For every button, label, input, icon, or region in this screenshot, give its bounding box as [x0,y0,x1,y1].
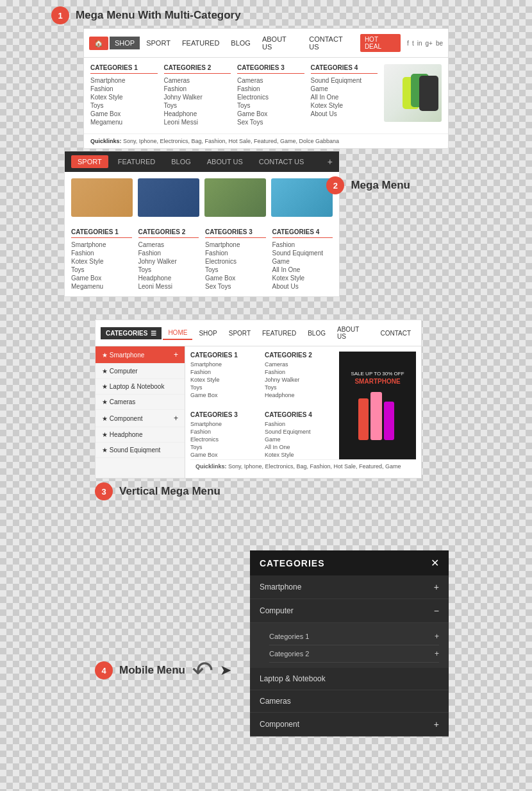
vc2-cameras[interactable]: Cameras [265,361,334,368]
nav2-blog[interactable]: BLOG [165,155,197,168]
link-cameras[interactable]: Cameras [164,77,231,84]
nav2-contact[interactable]: CONTACT US [253,155,311,168]
m2-sextoys[interactable]: Sex Toys [205,283,266,290]
link-gamebox3[interactable]: Game Box [237,110,304,117]
link-fashion3[interactable]: Fashion [237,85,304,92]
link-kotex4[interactable]: Kotex Style [311,102,378,109]
m2-allinone[interactable]: All In One [272,266,333,273]
m2-sound[interactable]: Sound Equiqment [272,250,333,257]
link-toys2[interactable]: Toys [164,102,231,109]
link-toys[interactable]: Toys [90,102,158,109]
m2-about[interactable]: About Us [272,283,333,290]
vmega-featured[interactable]: FEATURED [257,327,301,339]
link-sextoys[interactable]: Sex Toys [237,119,304,126]
mobile-sub-cat2-plus[interactable]: + [435,649,439,658]
link-mega[interactable]: Megamenu [90,119,158,126]
vc3-toys[interactable]: Toys [190,444,260,450]
m2-fashion4[interactable]: Fashion [272,241,333,248]
nav2-about[interactable]: ABOUT US [201,155,249,168]
m2-headphone[interactable]: Headphone [138,275,199,282]
nav1-blog[interactable]: BLOG [226,37,256,49]
m2-gamebox3[interactable]: Game Box [205,275,266,282]
sidebar-smartphone-plus[interactable]: + [174,350,178,359]
mobile-sub-cat2[interactable]: Categories 2 + [269,645,439,663]
link-game[interactable]: Game [311,85,378,92]
sidebar-laptop[interactable]: ★ Laptop & Notebook [96,379,185,395]
sidebar-cameras[interactable]: ★ Cameras [96,395,185,410]
sidebar-headphone[interactable]: ★ Headphone [96,427,185,443]
vmega-about[interactable]: ABOUT US [332,323,374,343]
link-fashion2[interactable]: Fashion [164,85,231,92]
link-about4[interactable]: About Us [311,110,378,117]
link-johny[interactable]: Johny Walker [164,94,231,101]
mobile-item-computer[interactable]: Computer − [250,599,449,623]
m2-fashion2[interactable]: Fashion [138,250,199,257]
sidebar-smartphone[interactable]: ★ Smartphone + [96,346,185,364]
vmega-cats-btn[interactable]: CATEGORIES ☰ [101,327,162,339]
vc2-johny[interactable]: Johny Walker [265,377,334,383]
vc4-allinone[interactable]: All In One [265,444,334,450]
m2-leoni[interactable]: Leoni Messi [138,283,199,290]
link-fashion[interactable]: Fashion [90,85,158,92]
nav2-sport[interactable]: SPORT [71,155,108,168]
vc1-gamebox[interactable]: Game Box [190,392,260,398]
mobile-item-smartphone[interactable]: Smartphone + [250,575,449,599]
link-headphone[interactable]: Headphone [164,110,231,117]
nav2-featured[interactable]: FEATURED [112,155,162,168]
vc1-toys[interactable]: Toys [190,384,260,391]
link-electronics[interactable]: Electronics [237,94,304,101]
m2-smartphone[interactable]: Smartphone [71,241,132,248]
m2-fashion[interactable]: Fashion [71,250,132,257]
m2-fashion3[interactable]: Fashion [205,250,266,257]
vc3-electronics[interactable]: Electronics [190,436,260,443]
m2-gamebox[interactable]: Game Box [71,275,132,282]
sidebar-sound[interactable]: ★ Sound Equiqment [96,443,185,458]
m2-toys2[interactable]: Toys [138,266,199,273]
mobile-close-btn[interactable]: ✕ [431,557,439,569]
link-allinone[interactable]: All In One [311,94,378,101]
nav1-shop[interactable]: SHOP [110,37,140,49]
link-cameras3[interactable]: Cameras [237,77,304,84]
mobile-item-laptop[interactable]: Laptop & Notebook [250,668,449,690]
vc1-kotex[interactable]: Kotex Style [190,377,260,383]
mobile-item-component[interactable]: Component + [250,713,449,736]
m2-cameras[interactable]: Cameras [138,241,199,248]
link-leoni[interactable]: Leoni Messi [164,119,231,126]
m2-electronics[interactable]: Electronics [205,258,266,265]
sidebar-computer[interactable]: ★ Computer [96,364,185,379]
sidebar-component[interactable]: ★ Component + [96,410,185,427]
vc1-smartphone[interactable]: Smartphone [190,361,260,368]
m2-smartphone3[interactable]: Smartphone [205,241,266,248]
m2-toys[interactable]: Toys [71,266,132,273]
link-smartphone[interactable]: Smartphone [90,77,158,84]
sidebar-component-plus[interactable]: + [174,414,178,423]
m2-mega[interactable]: Megamenu [71,283,132,290]
vmega-contact[interactable]: CONTACT [375,327,416,339]
m2-kotex4[interactable]: Kotex Style [272,275,333,282]
mobile-item-cameras[interactable]: Cameras [250,690,449,713]
vc3-gamebox[interactable]: Game Box [190,452,260,458]
link-gamebox[interactable]: Game Box [90,110,158,117]
nav1-home[interactable]: 🏠 [89,37,108,50]
m2-johny[interactable]: Johny Walker [138,258,199,265]
mobile-sub-cat1[interactable]: Categories 1 + [269,628,439,645]
vc4-game[interactable]: Game [265,436,334,443]
nav1-sport[interactable]: SPORT [141,37,176,49]
vc2-fashion[interactable]: Fashion [265,369,334,375]
link-toys3[interactable]: Toys [237,102,304,109]
vmega-sport[interactable]: SPORT [224,327,256,339]
vc2-headphone[interactable]: Headphone [265,392,334,398]
vc4-fashion[interactable]: Fashion [265,421,334,427]
m2-kotex[interactable]: Kotex Style [71,258,132,265]
vc4-sound[interactable]: Sound Equiqment [265,429,334,435]
mobile-computer-minus[interactable]: − [434,606,439,616]
nav1-about[interactable]: ABOUT US [257,33,303,53]
vc3-smartphone[interactable]: Smartphone [190,421,260,427]
vc4-kotex[interactable]: Kotex Style [265,452,334,458]
link-sound[interactable]: Sound Equiqment [311,77,378,84]
m2-game[interactable]: Game [272,258,333,265]
vc2-toys[interactable]: Toys [265,384,334,391]
vmega-shop[interactable]: SHOP [194,327,222,339]
nav1-contact[interactable]: CONTACT US [304,33,359,53]
vc1-fashion[interactable]: Fashion [190,369,260,375]
